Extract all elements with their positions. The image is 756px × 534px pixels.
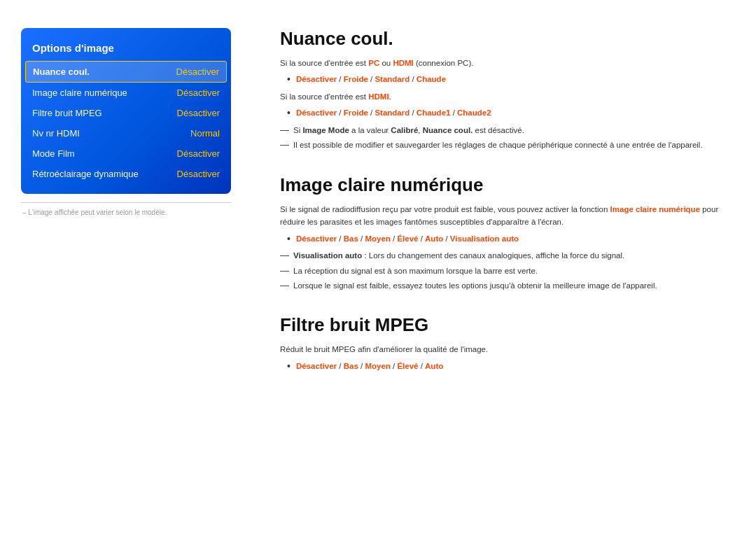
section-nuance-coul: Nuance coul. Si la source d'entrée est P… — [280, 28, 728, 152]
section-body-nuance: Si la source d'entrée est PC ou HDMI (co… — [280, 57, 728, 152]
menu-item-label-2: Filtre bruit MPEG — [32, 108, 102, 118]
section-body-filtre: Réduit le bruit MPEG afin d'améliorer la… — [280, 343, 728, 373]
menu-item-label-4: Mode Film — [32, 148, 75, 159]
menu-item-value-0: Désactiver — [176, 66, 219, 77]
menu-item-value-4: Désactiver — [177, 148, 220, 159]
menu-item-label-1: Image claire numérique — [32, 87, 127, 98]
menu-item-label-5: Rétroéclairage dynamique — [32, 169, 139, 179]
section-image-claire: Image claire numérique Si le signal de r… — [280, 174, 728, 293]
menu-item-value-2: Désactiver — [177, 108, 220, 118]
left-panel: Options d'image Nuance coul.DésactiverIm… — [0, 0, 259, 534]
menu-item-4[interactable]: Mode FilmDésactiver — [21, 143, 231, 164]
menu-item-2[interactable]: Filtre bruit MPEGDésactiver — [21, 103, 231, 123]
menu-item-label-0: Nuance coul. — [33, 66, 90, 77]
menu-item-label-3: Nv nr HDMI — [32, 128, 80, 139]
divider — [21, 202, 231, 203]
section-title-image-claire: Image claire numérique — [280, 174, 728, 196]
menu-item-1[interactable]: Image claire numériqueDésactiver — [21, 83, 231, 103]
menu-item-5[interactable]: Rétroéclairage dynamiqueDésactiver — [21, 164, 231, 184]
menu-title: Options d'image — [21, 38, 231, 61]
menu-item-value-1: Désactiver — [177, 87, 220, 98]
menu-item-value-5: Désactiver — [177, 169, 220, 179]
section-filtre-bruit: Filtre bruit MPEG Réduit le bruit MPEG a… — [280, 314, 728, 373]
menu-item-0[interactable]: Nuance coul.Désactiver — [25, 61, 227, 83]
menu-box: Options d'image Nuance coul.DésactiverIm… — [21, 28, 231, 194]
right-panel: Nuance coul. Si la source d'entrée est P… — [259, 0, 756, 534]
page: Options d'image Nuance coul.DésactiverIm… — [0, 0, 756, 534]
section-title-nuance: Nuance coul. — [280, 28, 728, 50]
section-body-image-claire: Si le signal de radiodiffusion reçu par … — [280, 203, 728, 293]
footnote: – L'image affichée peut varier selon le … — [21, 209, 238, 216]
menu-item-3[interactable]: Nv nr HDMINormal — [21, 123, 231, 143]
menu-item-value-3: Normal — [190, 128, 220, 139]
section-title-filtre: Filtre bruit MPEG — [280, 314, 728, 336]
